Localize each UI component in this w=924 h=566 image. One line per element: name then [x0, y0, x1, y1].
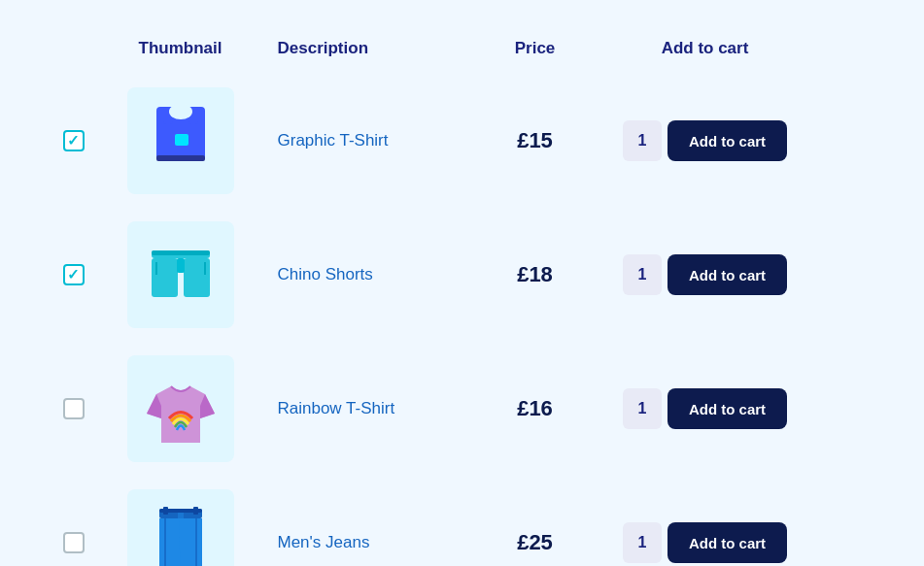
table-row: Graphic T-Shirt £15 1 Add to cart: [45, 78, 880, 204]
header-thumbnail: Thumbnail: [103, 39, 258, 58]
shorts-icon: [142, 231, 220, 318]
thumbnail-graphic-tshirt: [127, 87, 234, 194]
rainbow-tshirt-icon: [142, 365, 220, 452]
svg-rect-5: [156, 155, 205, 161]
thumbnail-chino-shorts: [127, 221, 234, 328]
thumbnail-cell-4: [103, 489, 258, 566]
svg-rect-9: [152, 250, 210, 255]
thumbnail-rainbow-tshirt: [127, 355, 234, 462]
svg-point-3: [169, 104, 192, 119]
add-to-cart-button-2[interactable]: Add to cart: [667, 254, 787, 295]
checkbox-mens-jeans[interactable]: [63, 532, 85, 553]
product-table: Thumbnail Description Price Add to cart: [25, 19, 900, 566]
svg-rect-10: [177, 258, 185, 273]
header-description: Description: [258, 39, 472, 58]
tshirt-icon: [142, 97, 220, 184]
svg-rect-4: [175, 134, 188, 146]
addtocart-cell-4: 1 Add to cart: [599, 522, 812, 563]
addtocart-cell-2: 1 Add to cart: [599, 254, 812, 295]
jeans-icon: [142, 499, 220, 566]
thumbnail-mens-jeans: [127, 489, 234, 566]
svg-rect-19: [159, 509, 202, 513]
price-mens-jeans: £25: [472, 530, 599, 555]
addtocart-cell-1: 1 Add to cart: [599, 120, 812, 161]
add-to-cart-button-4[interactable]: Add to cart: [667, 522, 787, 563]
price-graphic-tshirt: £15: [472, 128, 599, 153]
description-chino-shorts: Chino Shorts: [258, 265, 472, 284]
price-rainbow-tshirt: £16: [472, 396, 599, 421]
description-rainbow-tshirt: Rainbow T-Shirt: [258, 399, 472, 418]
checkbox-cell-2: [45, 264, 103, 285]
description-mens-jeans: Men's Jeans: [258, 533, 472, 552]
add-to-cart-button-1[interactable]: Add to cart: [667, 120, 787, 161]
qty-rainbow-tshirt[interactable]: 1: [623, 388, 662, 429]
addtocart-cell-3: 1 Add to cart: [599, 388, 812, 429]
table-header: Thumbnail Description Price Add to cart: [45, 29, 880, 78]
checkbox-cell-3: [45, 398, 103, 419]
checkbox-cell-4: [45, 532, 103, 553]
qty-mens-jeans[interactable]: 1: [623, 522, 662, 563]
checkbox-chino-shorts[interactable]: [63, 264, 85, 285]
add-to-cart-button-3[interactable]: Add to cart: [667, 388, 787, 429]
thumbnail-cell-1: [103, 87, 258, 194]
checkbox-cell-1: [45, 130, 103, 151]
table-row: Men's Jeans £25 1 Add to cart: [45, 480, 880, 566]
checkbox-rainbow-tshirt[interactable]: [63, 398, 85, 419]
description-graphic-tshirt: Graphic T-Shirt: [258, 131, 472, 150]
qty-chino-shorts[interactable]: 1: [623, 254, 662, 295]
header-price: Price: [472, 39, 599, 58]
thumbnail-cell-3: [103, 355, 258, 462]
table-row: Rainbow T-Shirt £16 1 Add to cart: [45, 346, 880, 472]
thumbnail-cell-2: [103, 221, 258, 328]
header-addtocart: Add to cart: [599, 39, 812, 58]
price-chino-shorts: £18: [472, 262, 599, 287]
qty-graphic-tshirt[interactable]: 1: [623, 120, 662, 161]
checkbox-graphic-tshirt[interactable]: [63, 130, 85, 151]
table-row: Chino Shorts £18 1 Add to cart: [45, 212, 880, 338]
